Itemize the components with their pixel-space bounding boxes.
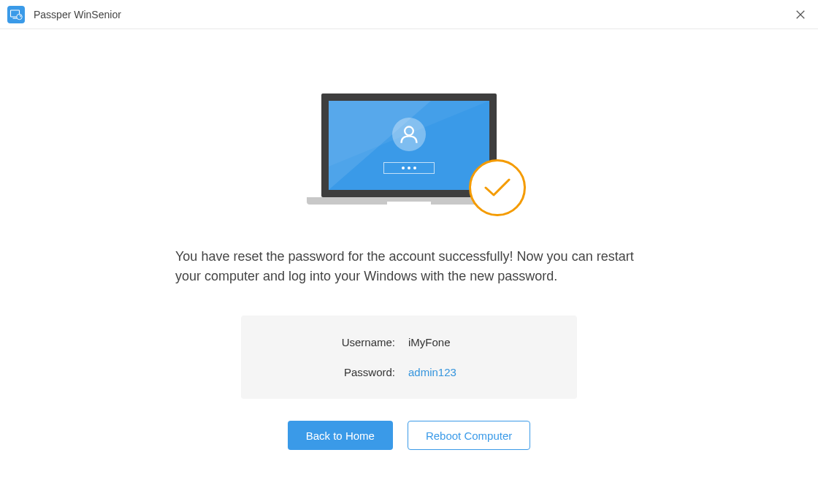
- password-value: admin123: [408, 366, 496, 378]
- close-icon: [795, 9, 806, 20]
- username-row: Username: iMyFone: [256, 336, 562, 348]
- back-to-home-button[interactable]: Back to Home: [288, 421, 393, 450]
- username-label: Username:: [322, 336, 395, 348]
- password-row: Password: admin123: [256, 366, 562, 378]
- success-illustration: [307, 93, 511, 213]
- app-icon: [7, 6, 25, 23]
- titlebar: Passper WinSenior: [0, 0, 818, 29]
- button-row: Back to Home Reboot Computer: [288, 421, 531, 450]
- reboot-computer-button[interactable]: Reboot Computer: [408, 421, 530, 450]
- main-content: You have reset the password for the acco…: [0, 29, 818, 450]
- username-value: iMyFone: [408, 336, 496, 348]
- password-label: Password:: [322, 366, 395, 378]
- app-title: Passper WinSenior: [34, 9, 121, 20]
- svg-point-6: [405, 127, 413, 136]
- success-message: You have reset the password for the acco…: [175, 247, 643, 286]
- user-avatar-icon: [392, 118, 426, 151]
- credentials-panel: Username: iMyFone Password: admin123: [241, 316, 577, 399]
- svg-rect-1: [13, 18, 18, 18]
- success-check-icon: [469, 159, 526, 216]
- close-button[interactable]: [793, 7, 808, 22]
- password-field-icon: [383, 162, 435, 174]
